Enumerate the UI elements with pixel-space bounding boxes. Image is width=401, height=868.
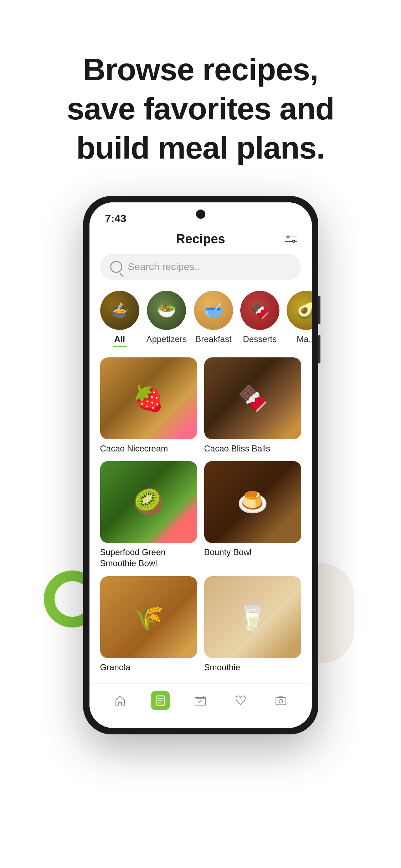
recipe-card-cacao-nicecream[interactable]: 🍓 Cacao Nicecream — [100, 357, 197, 454]
nav-home[interactable] — [110, 691, 130, 710]
svg-point-17 — [279, 699, 283, 703]
meal-plan-icon — [191, 691, 210, 710]
status-icons — [291, 215, 296, 222]
search-bar[interactable]: Search recipes.. — [100, 254, 301, 280]
nav-favorites[interactable] — [231, 691, 250, 710]
recipe-image-granola: 🌾 — [100, 576, 197, 658]
category-desserts-label: Desserts — [243, 334, 277, 344]
category-desserts[interactable]: 🍫 Desserts — [240, 291, 279, 347]
category-all[interactable]: 🍲 All — [100, 291, 139, 347]
search-input[interactable]: Search recipes.. — [128, 261, 200, 273]
recipe-card-superfood-green[interactable]: 🥝 Superfood Green Smoothie Bowl — [100, 461, 197, 569]
category-more-label: Ma... — [297, 334, 312, 344]
home-icon — [110, 691, 130, 710]
category-desserts-image: 🍫 — [240, 291, 279, 330]
recipe-card-cacao-bliss-balls[interactable]: 🍫 Cacao Bliss Balls — [204, 357, 301, 454]
recipe-card-smoothie[interactable]: 🥛 Smoothie — [204, 576, 301, 673]
category-more-image: 🥑 — [287, 291, 312, 330]
recipe-name-smoothie: Smoothie — [204, 662, 301, 673]
recipe-image-cacao-bliss-balls: 🍫 — [204, 357, 301, 439]
category-appetizers-image: 🥗 — [147, 291, 186, 330]
categories-row: 🍲 All 🥗 Appetizers 🥣 Breakfast — [89, 291, 312, 357]
hero-title: Browse recipes, save favorites and build… — [29, 50, 372, 167]
category-all-label: All — [114, 334, 125, 344]
nav-camera[interactable] — [271, 691, 291, 710]
category-active-indicator — [113, 346, 127, 347]
recipe-image-smoothie: 🥛 — [204, 576, 301, 658]
category-appetizers-label: Appetizers — [146, 334, 187, 344]
camera-icon — [271, 691, 291, 710]
recipe-name-bounty-bowl: Bounty Bowl — [204, 547, 301, 558]
heart-icon — [231, 691, 250, 710]
phone-mockup: 7:43 — [83, 196, 318, 734]
category-all-image: 🍲 — [100, 291, 139, 330]
phone-screen: 7:43 — [89, 202, 312, 728]
recipe-image-bounty-bowl: 🍮 — [204, 461, 301, 543]
category-breakfast-label: Breakfast — [195, 334, 231, 344]
category-breakfast-image: 🥣 — [194, 291, 233, 330]
phone-button-volume-up — [318, 296, 320, 324]
recipe-name-granola: Granola — [100, 662, 197, 673]
recipe-card-granola[interactable]: 🌾 Granola — [100, 576, 197, 673]
search-icon — [110, 261, 122, 273]
filter-button[interactable] — [284, 233, 297, 246]
phone-button-volume-down — [318, 335, 320, 363]
status-time: 7:43 — [105, 212, 127, 224]
nav-meal-plan[interactable] — [191, 691, 210, 710]
svg-rect-16 — [276, 698, 286, 705]
category-more[interactable]: 🥑 Ma... — [287, 291, 312, 347]
recipe-image-cacao-nicecream: 🍓 — [100, 357, 197, 439]
nav-recipes[interactable] — [151, 691, 170, 710]
phone-frame: 7:43 — [83, 196, 318, 734]
bottom-nav — [89, 683, 312, 728]
recipe-name-cacao-bliss-balls: Cacao Bliss Balls — [204, 443, 301, 454]
app-header: Recipes — [89, 228, 312, 254]
recipe-image-superfood-green: 🥝 — [100, 461, 197, 543]
status-bar: 7:43 — [89, 202, 312, 228]
recipe-name-cacao-nicecream: Cacao Nicecream — [100, 443, 197, 454]
camera-notch — [196, 210, 205, 219]
app-title: Recipes — [176, 232, 225, 247]
hero-section: Browse recipes, save favorites and build… — [0, 0, 401, 196]
recipe-name-superfood-green: Superfood Green Smoothie Bowl — [100, 547, 197, 569]
category-appetizers[interactable]: 🥗 Appetizers — [146, 291, 187, 347]
recipe-card-bounty-bowl[interactable]: 🍮 Bounty Bowl — [204, 461, 301, 569]
recipes-grid: 🍓 Cacao Nicecream 🍫 Cacao Bliss Balls 🥝 … — [89, 357, 312, 680]
recipes-icon — [151, 691, 170, 710]
category-breakfast[interactable]: 🥣 Breakfast — [194, 291, 233, 347]
